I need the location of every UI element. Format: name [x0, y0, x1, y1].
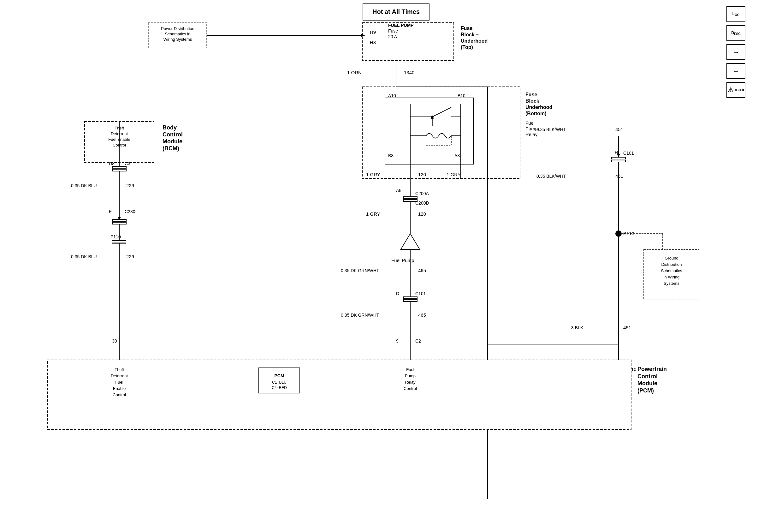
svg-text:0.35 DK GRN/WHT: 0.35 DK GRN/WHT	[341, 268, 379, 273]
svg-text:465: 465	[418, 268, 426, 273]
svg-text:Distribution: Distribution	[661, 262, 682, 267]
svg-text:Control: Control	[162, 131, 183, 138]
svg-text:0.35 BLK/WHT: 0.35 BLK/WHT	[536, 127, 566, 132]
svg-text:Fuel: Fuel	[526, 120, 534, 126]
svg-text:Ground: Ground	[665, 256, 678, 261]
svg-text:120: 120	[418, 211, 426, 217]
svg-text:C101: C101	[623, 151, 634, 156]
svg-text:Systems: Systems	[664, 281, 679, 286]
svg-text:(BCM): (BCM)	[162, 145, 179, 152]
svg-text:451: 451	[623, 325, 631, 330]
svg-text:Module: Module	[637, 380, 657, 386]
svg-text:1 ORN: 1 ORN	[347, 70, 362, 75]
svg-text:Enable: Enable	[113, 386, 125, 391]
svg-text:Underhood: Underhood	[526, 104, 552, 110]
svg-text:A10: A10	[388, 93, 396, 98]
svg-text:0.35 DK BLU: 0.35 DK BLU	[71, 254, 97, 259]
svg-text:Fuse: Fuse	[461, 25, 472, 31]
svg-text:P110: P110	[111, 234, 121, 239]
svg-text:Schematics in: Schematics in	[165, 32, 190, 36]
svg-text:A8: A8	[396, 188, 401, 193]
svg-text:B8: B8	[388, 153, 394, 158]
svg-text:A8: A8	[454, 153, 460, 158]
svg-text:451: 451	[615, 173, 623, 179]
svg-text:C2=RED: C2=RED	[272, 385, 287, 390]
svg-text:Wiring Systems: Wiring Systems	[163, 37, 192, 42]
svg-text:0.35 DK GRN/WHT: 0.35 DK GRN/WHT	[341, 313, 379, 318]
arrow-left-icon[interactable]: ←	[726, 63, 745, 79]
svg-text:C3: C3	[125, 161, 130, 166]
svg-text:Powertrain: Powertrain	[637, 366, 667, 372]
svg-rect-25	[385, 98, 473, 164]
svg-text:229: 229	[126, 183, 134, 188]
svg-rect-75	[403, 300, 417, 301]
svg-rect-58	[403, 197, 417, 198]
svg-text:Underhood: Underhood	[461, 38, 488, 44]
svg-text:D: D	[396, 291, 399, 296]
svg-rect-139	[112, 222, 126, 224]
svg-text:Deterrent: Deterrent	[111, 373, 128, 378]
obd-icon[interactable]: ⚠ OBD II	[726, 82, 745, 98]
arrow-right-icon[interactable]: →	[726, 44, 745, 60]
svg-rect-89	[611, 157, 626, 159]
svg-text:0.35 BLK/WHT: 0.35 BLK/WHT	[536, 174, 566, 179]
desc-icon[interactable]: DESC	[726, 25, 745, 41]
svg-text:Module: Module	[162, 138, 182, 145]
svg-text:H8: H8	[370, 40, 376, 45]
svg-text:Fuel: Fuel	[406, 367, 414, 372]
svg-text:Control: Control	[404, 386, 417, 391]
svg-text:Fuel: Fuel	[115, 380, 123, 385]
svg-text:(PCM): (PCM)	[637, 387, 654, 394]
svg-text:(Top): (Top)	[461, 45, 473, 50]
svg-text:Theft: Theft	[115, 367, 124, 372]
svg-text:Fuel Pump: Fuel Pump	[391, 258, 414, 263]
svg-text:Block –: Block –	[526, 98, 543, 104]
svg-text:(Bottom): (Bottom)	[526, 111, 547, 116]
svg-text:Schematics: Schematics	[661, 268, 682, 273]
svg-text:FUEL PUMP: FUEL PUMP	[388, 23, 414, 28]
svg-text:C200A: C200A	[415, 191, 429, 196]
svg-text:C2: C2	[415, 338, 421, 343]
svg-text:Pump: Pump	[526, 126, 538, 131]
svg-text:Fuse: Fuse	[526, 92, 537, 97]
svg-text:465: 465	[418, 312, 426, 318]
svg-text:451: 451	[615, 126, 623, 132]
svg-text:C200D: C200D	[415, 200, 429, 205]
svg-text:Body: Body	[162, 124, 177, 131]
svg-text:H9: H9	[370, 29, 376, 35]
svg-text:Hot at All Times: Hot at All Times	[372, 8, 420, 15]
svg-rect-128	[112, 166, 126, 168]
svg-text:Pump: Pump	[405, 373, 416, 378]
svg-text:in Wiring: in Wiring	[664, 275, 680, 279]
svg-text:Control: Control	[637, 373, 658, 379]
svg-point-95	[615, 231, 622, 237]
svg-text:D8: D8	[109, 161, 115, 166]
svg-text:1 GRY: 1 GRY	[366, 172, 380, 177]
svg-text:C1=BLU: C1=BLU	[272, 380, 287, 385]
svg-rect-151	[47, 360, 631, 429]
svg-text:3 BLK: 3 BLK	[571, 325, 583, 330]
svg-text:1 GRY: 1 GRY	[447, 172, 461, 177]
svg-text:0.35 DK BLU: 0.35 DK BLU	[71, 183, 97, 188]
svg-text:9: 9	[396, 338, 398, 343]
svg-text:1340: 1340	[404, 70, 414, 75]
svg-text:Block –: Block –	[461, 32, 479, 37]
svg-text:E: E	[109, 209, 112, 214]
svg-text:B10: B10	[458, 93, 465, 98]
svg-text:PCM: PCM	[274, 373, 284, 378]
svg-rect-129	[112, 169, 126, 171]
svg-text:Control: Control	[113, 392, 126, 397]
svg-text:20 A: 20 A	[388, 34, 397, 39]
svg-rect-3	[362, 23, 454, 61]
svg-text:Power Distribution: Power Distribution	[161, 26, 194, 31]
svg-text:120: 120	[418, 172, 426, 177]
svg-text:229: 229	[126, 254, 134, 259]
svg-rect-90	[611, 160, 626, 162]
svg-rect-138	[112, 219, 126, 221]
svg-text:C230: C230	[125, 209, 135, 214]
svg-rect-74	[403, 297, 417, 299]
svg-text:1 GRY: 1 GRY	[366, 211, 380, 217]
svg-text:Fuse: Fuse	[388, 28, 398, 33]
loc-icon[interactable]: LOC	[726, 6, 745, 22]
svg-text:30: 30	[112, 338, 117, 343]
